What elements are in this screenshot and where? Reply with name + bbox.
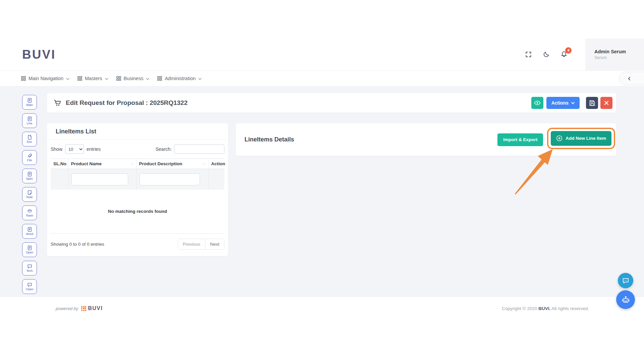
sidebar-item-label: Note: [26, 195, 33, 199]
chevron-left-icon: [627, 76, 632, 81]
nav-label: Administration: [165, 76, 196, 81]
top-header: BUVI 4 Admin Serum Serum: [0, 0, 644, 71]
sort-icon: ↑↓: [203, 162, 206, 166]
grid-icon: [21, 76, 26, 81]
cart-icon: [54, 100, 61, 107]
close-button[interactable]: [600, 97, 612, 109]
app-root: { "header": { "logo_text": "BUVI", "noti…: [0, 0, 644, 362]
sidebar-item-tech[interactable]: Tech: [22, 261, 37, 276]
chat-message-icon: [622, 277, 630, 285]
sidebar-item-label: Team: [26, 214, 33, 217]
sidebar-item-label: Line: [26, 122, 32, 125]
chat-fab-button[interactable]: [618, 273, 633, 288]
sidebar-item-note[interactable]: Note: [22, 187, 37, 202]
nav-item-business[interactable]: Business: [116, 76, 150, 81]
tutorial-highlight-ring: Add New Line Item: [547, 128, 615, 149]
sidebar-item-label: Spec: [26, 177, 33, 180]
document-icon: [27, 116, 32, 121]
nav-label: Business: [124, 76, 144, 81]
page-title-bar: Edit Request for Proposal : 2025RQ1322 A…: [47, 93, 616, 113]
lineitems-table: SL.No↓ Product Name↑↓ Product Descriptio…: [51, 159, 224, 234]
chevron-down-icon: [571, 102, 575, 104]
sidebar-item-doc[interactable]: Doc: [22, 132, 37, 146]
notification-count-badge: 4: [565, 47, 572, 54]
plus-circle-icon: [556, 135, 562, 141]
nav-label: Main Navigation: [29, 76, 63, 81]
sidebar-item-main[interactable]: Main: [22, 95, 37, 110]
sidebar-item-label: Main: [26, 103, 33, 107]
page-size-select[interactable]: 10: [65, 144, 84, 154]
chevron-down-icon: [105, 78, 108, 80]
user-name: Admin Serum: [594, 49, 644, 54]
powered-by-label: powered by: [56, 306, 78, 311]
sidebar-item-line[interactable]: Line: [22, 113, 37, 128]
quick-sidebar: Main Line Doc File Spec Note Team Word: [22, 95, 37, 294]
sidebar-item-word[interactable]: Word: [22, 224, 37, 239]
paperclip-icon: [27, 153, 32, 158]
lineitems-details-panel: LineItems Details Import & Export Add Ne…: [236, 123, 616, 156]
column-header-action: Action: [208, 159, 224, 169]
notifications-bell-icon[interactable]: 4: [559, 50, 568, 59]
previous-page-button[interactable]: Previous: [178, 239, 206, 249]
chatbot-fab-button[interactable]: [616, 290, 635, 309]
pagination: Previous Next: [178, 239, 224, 250]
sidebar-item-label: Word: [26, 232, 33, 236]
nav-item-masters[interactable]: Masters: [77, 76, 108, 81]
sidebar-item-team[interactable]: Team: [22, 205, 37, 220]
column-header-product-name[interactable]: Product Name↑↓: [68, 159, 136, 169]
product-description-filter-input[interactable]: [140, 173, 200, 185]
save-button[interactable]: [586, 97, 598, 109]
sidebar-item-label: Tech: [26, 269, 33, 273]
column-header-product-description[interactable]: Product Description↑↓: [136, 159, 208, 169]
sidebar-item-label: File: [27, 159, 32, 162]
actions-dropdown-button[interactable]: Actions: [546, 97, 580, 109]
page-footer: powered by BUVI Copyright © 2020 BUVI. A…: [0, 297, 644, 311]
dark-mode-moon-icon[interactable]: [542, 50, 550, 59]
close-icon: [604, 101, 609, 105]
main-navbar: Main Navigation Masters Business Adminis…: [0, 71, 644, 86]
sidebar-item-label: Claim: [25, 288, 33, 291]
column-filter-row: [51, 169, 224, 190]
search-label: Search:: [156, 146, 172, 152]
floating-buttons: [616, 273, 635, 309]
nav-item-main-navigation[interactable]: Main Navigation: [21, 76, 69, 81]
fullscreen-icon[interactable]: [524, 50, 533, 59]
sidebar-item-file[interactable]: File: [22, 150, 37, 165]
document-icon: [27, 245, 32, 250]
sidebar-item-label: Open: [26, 251, 33, 254]
lineitems-details-title: LineItems Details: [245, 136, 294, 143]
user-role: Serum: [594, 55, 644, 60]
user-menu[interactable]: Admin Serum Serum: [585, 39, 644, 70]
entries-label: entries: [87, 146, 101, 152]
team-icon: [27, 208, 32, 214]
grid-icon: [157, 76, 162, 81]
dots-grid-icon: [81, 306, 86, 311]
lineitems-list-panel: LineItems List Show 10 entries Search:: [47, 123, 228, 256]
collapse-nav-button[interactable]: [619, 72, 644, 85]
show-label: Show: [51, 146, 62, 152]
sidebar-item-spec[interactable]: Spec: [22, 169, 37, 183]
grid-icon: [77, 76, 82, 81]
brand-logo: BUVI: [22, 48, 56, 62]
footer-brand-logo: BUVI: [81, 305, 103, 311]
sidebar-item-claim[interactable]: Claim: [22, 279, 37, 294]
view-button[interactable]: [531, 97, 543, 109]
grid-icon: [116, 76, 121, 81]
import-export-button[interactable]: Import & Export: [497, 133, 543, 146]
sidebar-item-open[interactable]: Open: [22, 242, 37, 257]
product-name-filter-input[interactable]: [71, 173, 128, 185]
document-icon: [27, 98, 32, 103]
add-new-line-item-button[interactable]: Add New Line Item: [551, 131, 611, 146]
table-summary: Showing 0 to 0 of 0 entries: [51, 242, 104, 247]
next-page-button[interactable]: Next: [205, 239, 224, 249]
nav-item-administration[interactable]: Administration: [157, 76, 202, 81]
copyright-text: Copyright © 2020 BUVI. All rights reserv…: [502, 306, 589, 311]
search-input[interactable]: [174, 144, 224, 154]
page-title: Edit Request for Proposal : 2025RQ1322: [66, 99, 187, 107]
chevron-down-icon: [66, 78, 69, 80]
note-icon: [27, 190, 32, 195]
robot-icon: [621, 295, 631, 305]
nav-label: Masters: [85, 76, 102, 81]
chevron-down-icon: [146, 78, 149, 80]
column-header-slno[interactable]: SL.No↓: [51, 159, 68, 169]
